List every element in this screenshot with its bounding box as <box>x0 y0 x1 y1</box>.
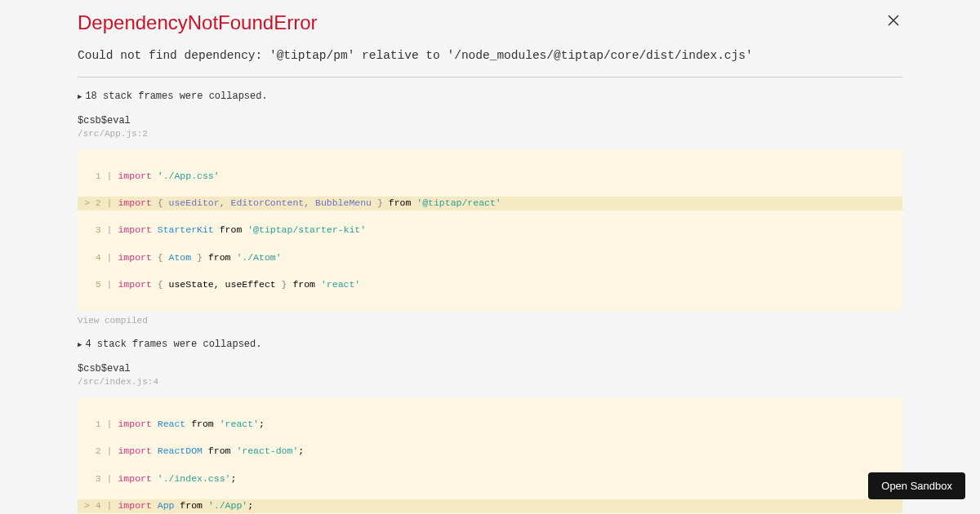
function-name: $csb$eval <box>78 115 902 126</box>
stack-collapse-2[interactable]: ▶ 4 stack frames were collapsed. <box>78 339 902 350</box>
error-overlay: DependencyNotFoundError Could not find d… <box>0 0 980 514</box>
file-path: /src/index.js:4 <box>78 377 902 387</box>
stack-collapse-1[interactable]: ▶ 18 stack frames were collapsed. <box>78 91 902 102</box>
chevron-right-icon: ▶ <box>78 340 82 349</box>
stack-collapse-label: 4 stack frames were collapsed. <box>85 339 261 350</box>
stack-collapse-label: 18 stack frames were collapsed. <box>85 91 267 102</box>
chevron-right-icon: ▶ <box>78 92 82 101</box>
view-compiled-link[interactable]: View compiled <box>78 316 902 326</box>
code-block-2: 1 | import React from 'react'; 2 | impor… <box>78 398 902 514</box>
header-row: DependencyNotFoundError <box>78 11 902 34</box>
function-name: $csb$eval <box>78 363 902 374</box>
close-button[interactable] <box>884 11 902 29</box>
code-block-1: 1 | import './App.css' > 2 | import { us… <box>78 150 902 311</box>
file-path: /src/App.js:2 <box>78 129 902 139</box>
divider <box>78 77 902 78</box>
error-message: Could not find dependency: '@tiptap/pm' … <box>78 49 902 62</box>
open-sandbox-button[interactable]: Open Sandbox <box>868 472 965 499</box>
close-icon <box>888 15 899 26</box>
error-title: DependencyNotFoundError <box>78 11 318 34</box>
